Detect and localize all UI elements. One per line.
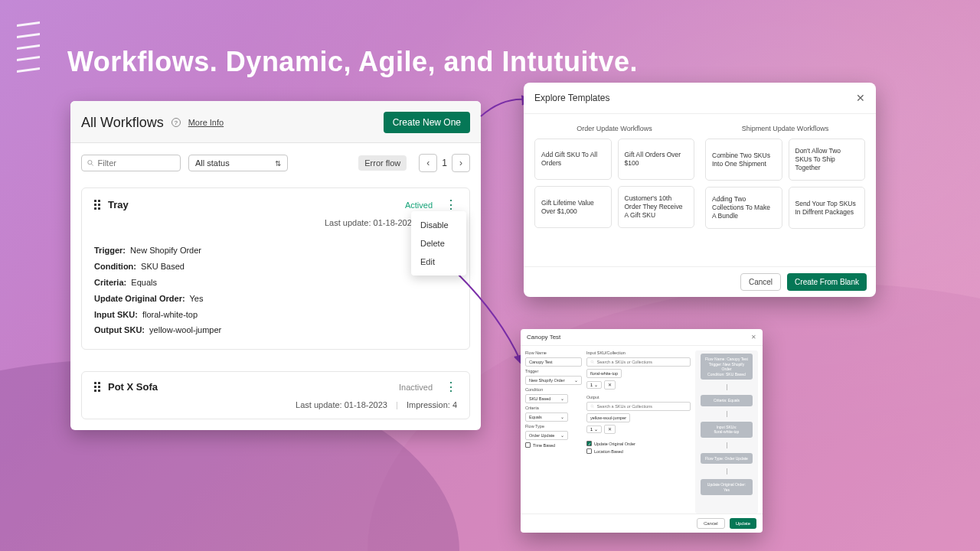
qty-stepper[interactable]: 1⌄ xyxy=(586,381,602,389)
create-from-blank-button[interactable]: Create From Blank xyxy=(787,273,867,291)
card-fields: Trigger: New Shopify Order Condition: SK… xyxy=(94,243,457,338)
workflow-card-pot: Pot X Sofa Inactived ⋮ Last update: 01-1… xyxy=(81,371,470,419)
drag-handle-icon[interactable] xyxy=(94,200,100,210)
editor-mid-column: Input SKU/Collection floral-white-top 1⌄… xyxy=(586,350,691,514)
qty-stepper[interactable]: 1⌄ xyxy=(586,425,602,433)
search-icon xyxy=(590,404,595,409)
editor-update-button[interactable]: Update xyxy=(730,518,756,529)
flow-node: Criteria: Equals xyxy=(701,395,753,406)
status-badge: Actived xyxy=(405,201,433,210)
close-icon[interactable]: ✕ xyxy=(856,92,865,104)
svg-point-4 xyxy=(591,405,593,407)
pager-number: 1 xyxy=(442,158,447,168)
template-tile[interactable]: Gift All Orders Over $100 xyxy=(618,139,695,180)
card-menu-button[interactable]: ⋮ xyxy=(445,383,457,391)
all-workflows-panel: All Workflows ? More Info Create New One… xyxy=(70,101,481,430)
template-tile[interactable]: Combine Two SKUs Into One Shipment xyxy=(705,139,782,181)
flow-diagram: Flow Name: Canopy Test Trigger: New Shop… xyxy=(695,350,758,514)
status-select-label: All status xyxy=(195,158,230,168)
create-new-button[interactable]: Create New One xyxy=(384,112,470,133)
editor-cancel-button[interactable]: Cancel xyxy=(697,518,725,529)
card-title: Tray xyxy=(108,199,129,210)
workflow-card-tray: Tray Actived ⋮ Disable Delete Edit Last … xyxy=(81,187,470,350)
flow-name-input[interactable]: Canopy Test xyxy=(525,357,582,367)
flow-node: Input SKUs: floral-white-top xyxy=(701,422,753,438)
flow-editor-dialog: Canopy Test ✕ Flow Name Canopy Test Trig… xyxy=(521,329,763,533)
update-order-checkbox[interactable]: ✓Update Original Order xyxy=(586,441,691,446)
remove-tag-icon[interactable]: ✕ xyxy=(604,425,616,434)
pager-next[interactable]: › xyxy=(452,154,470,172)
trigger-select[interactable]: New Shopify Order⌄ xyxy=(525,376,582,385)
pager-prev[interactable]: ‹ xyxy=(419,154,437,172)
location-based-checkbox[interactable]: Location Based xyxy=(586,448,691,454)
templates-title: Explore Templates xyxy=(534,93,610,103)
sku-tag[interactable]: floral-white-top xyxy=(586,369,622,378)
pager: ‹ 1 › xyxy=(419,154,470,172)
close-icon[interactable]: ✕ xyxy=(751,334,756,341)
templates-cancel-button[interactable]: Cancel xyxy=(740,273,781,291)
svg-line-3 xyxy=(593,363,593,364)
flow-type-select[interactable]: Order Update⌄ xyxy=(525,431,568,440)
flow-node: Flow Name: Canopy Test Trigger: New Shop… xyxy=(701,354,753,380)
condition-select[interactable]: SKU Based⌄ xyxy=(525,394,568,403)
status-select[interactable]: All status ⇅ xyxy=(188,155,288,171)
svg-point-0 xyxy=(88,161,92,165)
templates-col2-header: Shipment Update Workflows xyxy=(705,125,865,132)
svg-point-2 xyxy=(591,360,593,363)
panel1-title: All Workflows xyxy=(81,115,164,131)
help-icon[interactable]: ? xyxy=(172,118,181,127)
svg-line-1 xyxy=(92,164,93,165)
template-tile[interactable]: Customer's 10th Order They Receive A Gif… xyxy=(618,186,695,228)
explore-templates-dialog: Explore Templates ✕ Order Update Workflo… xyxy=(524,83,876,297)
card-menu: Disable Delete Edit xyxy=(411,211,466,276)
card-menu-button[interactable]: ⋮ xyxy=(445,201,457,209)
flow-node: Update Original Order: Yes xyxy=(701,479,753,495)
flow-node: Flow Type: Order Update xyxy=(701,453,753,465)
status-badge: Inactived xyxy=(399,383,433,392)
card-title: Pot X Sofa xyxy=(108,381,158,393)
template-tile[interactable]: Send Your Top SKUs In Diffrent Packages xyxy=(789,187,866,229)
search-icon xyxy=(590,360,595,364)
editor-left-column: Flow Name Canopy Test Trigger New Shopif… xyxy=(525,350,582,514)
decorative-stripes xyxy=(17,23,40,80)
editor-title: Canopy Test xyxy=(527,334,560,341)
search-icon xyxy=(87,158,95,168)
template-tile[interactable]: Gift Lifetime Value Over $1,000 xyxy=(534,186,612,228)
input-sku-search[interactable] xyxy=(586,357,691,367)
more-info-link[interactable]: More Info xyxy=(188,118,224,127)
menu-delete[interactable]: Delete xyxy=(411,234,466,253)
remove-tag-icon[interactable]: ✕ xyxy=(604,380,616,390)
svg-line-5 xyxy=(593,407,593,408)
filter-input[interactable] xyxy=(81,155,181,171)
drag-handle-icon[interactable] xyxy=(94,382,100,392)
page-headline: Workflows. Dynamic, Agile, and Intutuitv… xyxy=(67,46,638,78)
last-update-label: Last update: xyxy=(325,218,371,227)
output-sku-search[interactable] xyxy=(586,402,691,411)
template-tile[interactable]: Adding Two Collections To Make A Bundle xyxy=(705,187,782,229)
impression-value: Impression: 4 xyxy=(407,400,457,409)
menu-edit[interactable]: Edit xyxy=(411,253,466,271)
templates-col1-header: Order Update Workflows xyxy=(534,125,694,132)
sku-tag[interactable]: yellow-wool-jumper xyxy=(586,413,630,422)
time-based-checkbox[interactable]: Time Based xyxy=(525,442,582,448)
criteria-select[interactable]: Equals⌄ xyxy=(525,412,568,422)
error-flow-chip[interactable]: Error flow xyxy=(358,155,407,171)
template-tile[interactable]: Add Gift SKU To All Orders xyxy=(534,139,612,180)
menu-disable[interactable]: Disable xyxy=(411,216,466,234)
arrow-to-editor xyxy=(455,271,531,370)
last-update-value: 01-18-2023 xyxy=(374,218,416,227)
template-tile[interactable]: Don't Allow Two SKUs To Ship Together xyxy=(789,139,866,181)
chevron-updown-icon: ⇅ xyxy=(275,159,281,168)
